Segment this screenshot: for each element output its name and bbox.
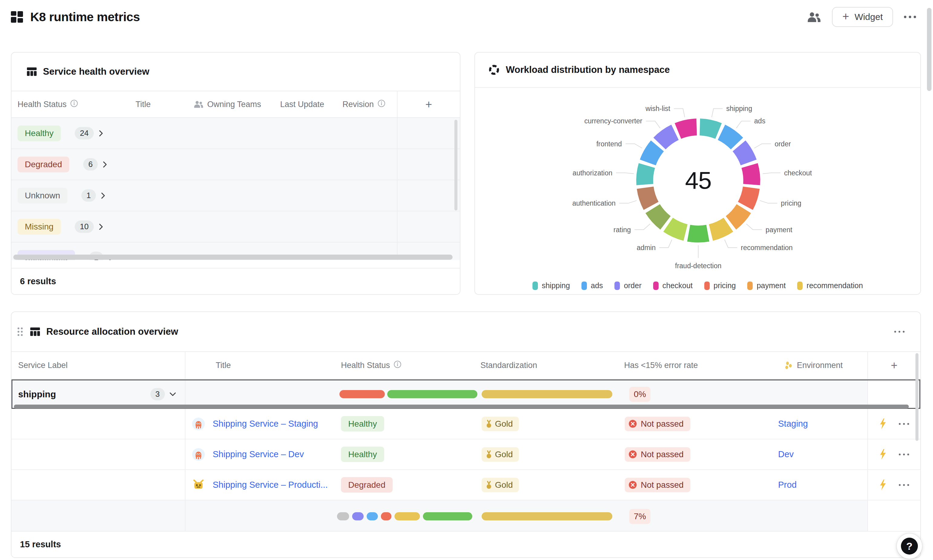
chevron-right-icon[interactable]: [99, 223, 103, 231]
help-button[interactable]: ?: [897, 533, 922, 559]
donut-segment[interactable]: [653, 209, 665, 223]
row-menu-button[interactable]: [899, 454, 909, 455]
donut-segment[interactable]: [645, 165, 647, 185]
column-header-standardization[interactable]: Standardization: [477, 352, 618, 379]
column-header-owning-teams[interactable]: Owning Teams: [178, 91, 272, 117]
column-header-health-status[interactable]: Health Status: [11, 91, 108, 117]
status-bar-segment: [337, 512, 349, 520]
column-header-last-update[interactable]: Last Update: [272, 91, 335, 117]
info-icon[interactable]: [70, 100, 78, 109]
vertical-scrollbar[interactable]: [916, 353, 919, 441]
legend-item[interactable]: payment: [747, 281, 786, 290]
squid-service-icon: [191, 417, 205, 431]
chevron-right-icon[interactable]: [99, 130, 103, 137]
horizontal-scrollbar[interactable]: [14, 405, 909, 409]
column-header-title[interactable]: Title: [108, 91, 178, 117]
lightning-icon[interactable]: [879, 449, 887, 460]
donut-segment[interactable]: [711, 225, 728, 232]
vertical-scrollbar[interactable]: [454, 120, 457, 211]
legend-item[interactable]: order: [614, 281, 641, 290]
x-circle-icon: [628, 450, 637, 459]
card-title: Workload distribution by namespace: [506, 65, 670, 75]
info-icon[interactable]: [394, 360, 402, 371]
card-menu-button[interactable]: [894, 331, 905, 332]
donut-segment[interactable]: [688, 233, 708, 234]
error-rate-badge: 7%: [629, 509, 650, 524]
page-scrollbar[interactable]: [927, 8, 931, 91]
donut-segment[interactable]: [745, 188, 751, 206]
environment-link[interactable]: Dev: [778, 449, 794, 459]
group-row-partial[interactable]: 7%: [11, 500, 920, 532]
group-row-shipping[interactable]: shipping30%: [11, 380, 920, 409]
chevron-right-icon[interactable]: [103, 161, 107, 168]
table-row[interactable]: Healthy24: [11, 118, 460, 149]
table-row[interactable]: Shipping Service – StagingHealthyGoldNot…: [11, 409, 920, 439]
members-icon[interactable]: [807, 11, 821, 23]
label-leader-line: [754, 144, 771, 148]
donut-segment[interactable]: [731, 209, 744, 223]
add-column-button[interactable]: +: [867, 352, 920, 379]
resource-table-header: Service Label Title Health Status Standa…: [11, 351, 920, 380]
legend-label: checkout: [662, 281, 693, 290]
row-menu-button[interactable]: [899, 484, 909, 486]
status-bar-segment: [394, 512, 420, 520]
column-header-title[interactable]: Title: [185, 352, 335, 379]
legend-item[interactable]: checkout: [653, 281, 693, 290]
column-header-revision[interactable]: Revision: [335, 91, 397, 117]
donut-segment[interactable]: [700, 127, 719, 131]
namespace-label: authentication: [573, 199, 616, 207]
service-title-link[interactable]: Shipping Service – Dev: [212, 449, 304, 459]
legend-item[interactable]: shipping: [533, 281, 570, 290]
service-title-link[interactable]: Shipping Service – Producti...: [212, 480, 328, 490]
namespace-label: frontend: [596, 140, 622, 148]
medal-icon: [486, 419, 492, 428]
column-header-service-label[interactable]: Service Label: [11, 352, 185, 379]
table-row[interactable]: Unknown1: [11, 180, 460, 211]
horizontal-scrollbar[interactable]: [13, 255, 453, 260]
donut-segment[interactable]: [648, 146, 657, 163]
error-rate-badge: Not passed: [625, 478, 690, 492]
table-row[interactable]: Degraded6: [11, 149, 460, 180]
table-chart-icon: [30, 327, 40, 337]
info-icon[interactable]: [377, 100, 385, 109]
donut-segment[interactable]: [659, 132, 675, 144]
environment-link[interactable]: Staging: [778, 419, 808, 428]
donut-segment[interactable]: [645, 188, 651, 206]
service-title-link[interactable]: Shipping Service – Staging: [212, 419, 318, 429]
label-leader-line: [646, 121, 660, 128]
lightning-icon[interactable]: [879, 418, 887, 429]
donut-segment[interactable]: [722, 132, 737, 144]
legend-item[interactable]: recommendation: [797, 281, 863, 290]
lightning-icon[interactable]: [879, 479, 887, 491]
plus-icon: +: [842, 11, 849, 22]
legend-item[interactable]: ads: [582, 281, 603, 290]
column-header-error-rate[interactable]: Has <15% error rate: [618, 352, 774, 379]
environment-link[interactable]: Prod: [778, 480, 796, 489]
drag-handle-icon[interactable]: [17, 328, 23, 336]
table-chart-icon: [27, 67, 37, 77]
row-menu-button[interactable]: [899, 423, 909, 425]
error-rate-badge: Not passed: [625, 447, 690, 462]
table-row[interactable]: Shipping Service – Producti...DegradedGo…: [11, 470, 920, 500]
chevron-right-icon[interactable]: [101, 192, 105, 199]
column-header-environment[interactable]: Environment: [774, 352, 867, 379]
label-leader-line: [626, 144, 642, 148]
namespace-label: rating: [614, 226, 631, 234]
donut-segment[interactable]: [739, 146, 749, 163]
add-widget-button[interactable]: + Widget: [832, 7, 893, 27]
add-column-button[interactable]: +: [397, 91, 460, 117]
donut-segment[interactable]: [750, 165, 752, 185]
donut-center-value: 45: [685, 167, 711, 194]
page-menu-button[interactable]: [904, 16, 916, 18]
service-health-card: Service health overview Health Status Ti…: [11, 52, 460, 295]
health-status-badge: Healthy: [341, 416, 384, 431]
label-leader-line: [736, 121, 751, 128]
column-header-health-status[interactable]: Health Status: [335, 352, 477, 379]
table-row[interactable]: Missing10: [11, 211, 460, 243]
chevron-down-icon[interactable]: [169, 392, 176, 396]
donut-segment[interactable]: [678, 127, 697, 131]
table-row[interactable]: Shipping Service – DevHealthyGoldNot pas…: [11, 439, 920, 470]
standardization-bar-segment: [482, 512, 612, 520]
donut-segment[interactable]: [668, 225, 685, 232]
legend-item[interactable]: pricing: [704, 281, 736, 290]
